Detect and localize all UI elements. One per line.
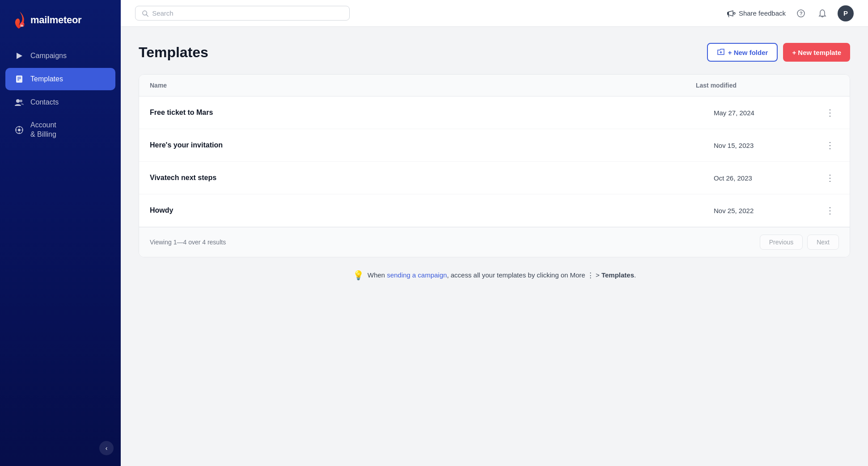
tip-text: When sending a campaign, access all your… [368,271,636,279]
svg-point-9 [20,100,22,102]
search-icon [142,10,148,17]
svg-marker-3 [17,53,22,59]
template-date-0: May 27, 2024 [714,109,821,117]
avatar[interactable]: P [838,5,854,21]
logo-icon: M [11,11,27,29]
svg-rect-18 [727,12,729,15]
tip-templates-bold: Templates [601,271,634,279]
col-modified-header: Last modified [696,82,821,89]
content-area: Templates + New folder + New template [121,27,868,466]
tip-campaign-link[interactable]: sending a campaign [387,271,447,279]
page-title: Templates [139,44,208,61]
template-name-2: Vivatech next steps [150,174,714,182]
sidebar-collapse-button[interactable]: ‹ [99,441,114,455]
svg-text:M: M [21,24,23,28]
header-actions: + New folder + New template [707,43,850,62]
template-name-0: Free ticket to Mars [150,109,714,117]
templates-label: Templates [30,75,63,83]
page-header: Templates + New folder + New template [139,43,850,62]
svg-line-17 [146,14,148,16]
share-feedback-button[interactable]: Share feedback [727,9,786,18]
template-name-1: Here's your invitation [150,141,714,149]
main-area: Share feedback ? P Templates [121,0,868,466]
table-row[interactable]: Vivatech next steps Oct 26, 2023 ⋮ [139,162,850,194]
campaigns-label: Campaigns [30,52,67,60]
svg-rect-4 [16,76,22,83]
next-button[interactable]: Next [807,235,839,250]
logo-area: M mailmeteor [0,0,121,44]
share-feedback-label: Share feedback [739,9,786,17]
templates-icon [14,74,24,84]
topbar: Share feedback ? P [121,0,868,27]
templates-table: Name Last modified Free ticket to Mars M… [139,74,850,257]
svg-text:?: ? [800,11,803,16]
collapse-icon: ‹ [106,445,108,452]
folder-plus-icon [717,48,725,56]
account-billing-icon [14,125,24,135]
tip-area: 💡 When sending a campaign, access all yo… [139,270,850,281]
svg-point-19 [733,13,735,14]
search-input[interactable] [152,9,343,17]
tip-icon: 💡 [353,270,364,281]
notifications-button[interactable] [816,7,829,20]
table-row[interactable]: Free ticket to Mars May 27, 2024 ⋮ [139,97,850,129]
campaigns-icon [14,51,24,61]
row-more-menu-3[interactable]: ⋮ [821,203,839,218]
new-folder-label: + New folder [728,49,768,56]
col-name-header: Name [150,82,696,89]
account-billing-label: Account & Billing [30,121,56,139]
new-folder-button[interactable]: + New folder [707,43,778,62]
new-template-button[interactable]: + New template [783,43,850,62]
app-name: mailmeteor [30,14,81,26]
table-row[interactable]: Howdy Nov 25, 2022 ⋮ [139,194,850,227]
help-button[interactable]: ? [795,7,807,20]
search-box[interactable] [135,6,350,21]
sidebar-item-contacts[interactable]: Contacts [5,91,115,113]
table-footer: Viewing 1—4 over 4 results Previous Next [139,227,850,257]
topbar-right: Share feedback ? P [727,5,854,21]
new-template-label: + New template [792,49,841,56]
viewing-count: Viewing 1—4 over 4 results [150,239,226,246]
row-more-menu-1[interactable]: ⋮ [821,138,839,152]
sidebar-nav: Campaigns Templates [0,44,121,147]
sidebar-item-account-billing[interactable]: Account & Billing [5,114,115,146]
sidebar-item-campaigns[interactable]: Campaigns [5,45,115,67]
table-header: Name Last modified [139,75,850,97]
sidebar: M mailmeteor Campaigns Templates [0,0,121,466]
pagination: Previous Next [760,235,839,250]
table-row[interactable]: Here's your invitation Nov 15, 2023 ⋮ [139,129,850,162]
previous-button[interactable]: Previous [760,235,803,250]
sidebar-item-templates[interactable]: Templates [5,68,115,90]
template-date-3: Nov 25, 2022 [714,207,821,214]
svg-point-8 [16,99,20,103]
template-name-3: Howdy [150,206,714,214]
template-date-2: Oct 26, 2023 [714,174,821,182]
template-date-1: Nov 15, 2023 [714,142,821,149]
megaphone-icon [727,9,736,18]
row-more-menu-0[interactable]: ⋮ [821,105,839,120]
contacts-label: Contacts [30,98,59,106]
svg-point-11 [18,129,21,131]
contacts-icon [14,97,24,107]
row-more-menu-2[interactable]: ⋮ [821,171,839,185]
